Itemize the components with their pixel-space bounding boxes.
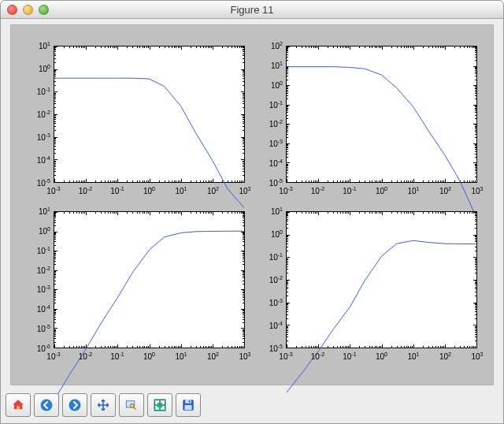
configure-subplots-button[interactable] — [147, 393, 172, 417]
arrow-right-icon — [68, 398, 82, 412]
axes — [286, 46, 477, 183]
y-tick-label: 100 — [39, 226, 50, 236]
forward-button[interactable] — [62, 393, 87, 417]
y-tick-label: 10-4 — [37, 304, 50, 314]
titlebar: Figure 11 — [1, 1, 503, 19]
move-icon — [96, 398, 110, 412]
y-tick-label: 10-4 — [37, 155, 50, 165]
y-tick-label: 10-3 — [269, 298, 283, 307]
x-tick-label: 101 — [175, 186, 187, 195]
y-tick-label: 10-5 — [37, 324, 50, 333]
x-tick-label: 10-1 — [343, 351, 356, 361]
y-tick-label: 101 — [271, 61, 283, 70]
x-tick-label: 102 — [439, 351, 451, 361]
axes — [54, 211, 245, 348]
x-tick-label: 100 — [143, 186, 155, 195]
subplot-bottom-right: 10-510-410-310-210-110010110-310-210-110… — [254, 206, 482, 369]
y-tick-label: 10-1 — [269, 99, 283, 109]
y-tick-label: 10-3 — [37, 285, 50, 294]
zoom-window-icon[interactable] — [39, 5, 49, 15]
y-tick-label: 101 — [39, 206, 50, 216]
back-button[interactable] — [34, 393, 59, 417]
svg-rect-7 — [185, 400, 191, 404]
y-tick-label: 10-3 — [269, 139, 283, 148]
x-tick-label: 100 — [376, 186, 387, 195]
x-tick-label: 101 — [407, 186, 419, 195]
x-tick-label: 10-1 — [110, 186, 124, 195]
x-tick-label: 102 — [207, 186, 219, 195]
x-tick-label: 10-2 — [79, 351, 92, 361]
zoom-rect-icon — [124, 398, 139, 412]
x-tick-label: 10-2 — [79, 186, 92, 195]
axes — [54, 46, 245, 183]
y-tick-label: 100 — [271, 80, 283, 90]
y-tick-label: 10-2 — [269, 275, 283, 285]
y-tick-label: 101 — [39, 41, 50, 50]
svg-point-1 — [69, 400, 81, 411]
x-tick-label: 102 — [207, 351, 219, 361]
figure-window: Figure 11 10-510-410-310-210-110010110-3… — [0, 0, 504, 424]
svg-rect-9 — [189, 400, 191, 403]
x-tick-label: 103 — [471, 186, 483, 195]
data-line — [54, 212, 244, 402]
x-tick-label: 103 — [239, 351, 250, 361]
home-button[interactable] — [6, 393, 31, 417]
x-tick-label: 10-3 — [279, 351, 292, 361]
subplot-top-left: 10-510-410-310-210-110010110-310-210-110… — [22, 41, 250, 203]
subplots-icon — [153, 398, 167, 412]
x-tick-label: 10-3 — [46, 351, 60, 361]
minimize-icon[interactable] — [23, 5, 33, 15]
x-tick-label: 10-1 — [343, 186, 356, 195]
svg-rect-8 — [185, 405, 192, 410]
x-tick-label: 103 — [239, 186, 250, 195]
subplot-top-right: 10-510-410-310-210-110010110210-310-210-… — [254, 41, 482, 203]
svg-point-0 — [41, 400, 53, 411]
x-tick-label: 10-3 — [279, 186, 292, 195]
close-icon[interactable] — [7, 5, 17, 15]
x-tick-label: 10-3 — [46, 186, 60, 195]
y-tick-label: 10-1 — [37, 246, 50, 255]
x-tick-label: 100 — [376, 351, 387, 361]
y-tick-label: 100 — [271, 229, 283, 239]
plot-canvas: 10-510-410-310-210-110010110-310-210-110… — [10, 24, 494, 385]
save-button[interactable] — [176, 393, 201, 417]
y-tick-label: 10-2 — [37, 265, 50, 274]
y-tick-label: 10-4 — [269, 321, 283, 330]
x-tick-label: 103 — [471, 351, 483, 361]
subplot-bottom-left: 10-610-510-410-310-210-110010110-310-210… — [22, 206, 250, 369]
y-tick-label: 10-3 — [37, 132, 50, 142]
y-tick-label: 10-2 — [269, 119, 283, 128]
data-line — [287, 212, 476, 402]
x-tick-label: 101 — [175, 351, 187, 361]
toolbar — [6, 393, 201, 417]
x-tick-label: 102 — [439, 186, 451, 195]
window-title: Figure 11 — [1, 4, 503, 16]
home-icon — [11, 398, 25, 412]
y-tick-label: 10-1 — [37, 87, 50, 96]
zoom-button[interactable] — [119, 393, 144, 417]
y-tick-label: 100 — [39, 64, 50, 73]
y-tick-label: 10-2 — [37, 110, 50, 119]
pan-button[interactable] — [91, 393, 116, 417]
x-tick-label: 10-2 — [311, 351, 324, 361]
y-tick-label: 10-4 — [269, 158, 283, 168]
axes — [286, 211, 477, 348]
arrow-left-icon — [39, 398, 54, 412]
y-tick-label: 102 — [271, 41, 283, 50]
floppy-disk-icon — [181, 398, 195, 412]
y-tick-label: 101 — [271, 206, 283, 216]
y-tick-label: 10-1 — [269, 252, 283, 262]
x-tick-label: 10-2 — [311, 186, 324, 195]
x-tick-label: 10-1 — [110, 351, 124, 361]
x-tick-label: 100 — [143, 351, 155, 361]
svg-rect-5 — [158, 403, 162, 407]
x-tick-label: 101 — [407, 351, 419, 361]
